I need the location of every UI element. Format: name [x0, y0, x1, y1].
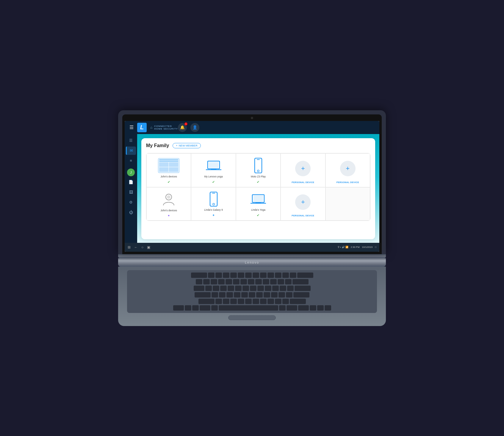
sidebar-item-menu[interactable]: ☰	[126, 136, 136, 145]
key-h[interactable]	[249, 292, 255, 298]
user-button[interactable]: 👤	[190, 123, 199, 132]
key-i[interactable]	[257, 286, 264, 291]
device-cell-lindas-yoga[interactable]: Linda's Yoga ✔	[236, 187, 281, 221]
sidebar-item-document[interactable]: 📄	[126, 178, 136, 186]
key-f9[interactable]	[267, 273, 274, 278]
key-lang2[interactable]	[279, 305, 286, 311]
home-icon-taskbar[interactable]: ○	[141, 245, 143, 249]
key-e[interactable]	[220, 286, 227, 291]
key-capslock[interactable]	[195, 292, 211, 298]
key-x[interactable]	[223, 299, 229, 304]
sidebar-item-email[interactable]: ✉	[126, 147, 136, 155]
key-quote[interactable]	[286, 292, 292, 298]
key-3[interactable]	[218, 279, 225, 284]
key-f8[interactable]	[260, 273, 267, 278]
key-y[interactable]	[242, 286, 249, 291]
hamburger-icon[interactable]: ☰	[129, 125, 134, 130]
key-minus[interactable]	[278, 279, 284, 284]
key-fn[interactable]	[185, 305, 191, 311]
key-space[interactable]	[219, 305, 278, 311]
key-f10[interactable]	[275, 273, 281, 278]
key-shift-l[interactable]	[198, 299, 215, 304]
key-enter2[interactable]	[293, 292, 309, 298]
key-m[interactable]	[260, 299, 267, 304]
taskbar-notif-icon[interactable]: □	[375, 246, 376, 248]
key-k[interactable]	[264, 292, 270, 298]
device-cell-johns-screenshot[interactable]: John's devices ✔	[146, 153, 191, 187]
key-a[interactable]	[212, 292, 218, 298]
device-cell-personal-3[interactable]: + PERSONAL DEVICE	[281, 187, 325, 221]
key-ctrl-r[interactable]	[298, 305, 309, 311]
device-cell-lenovo-yoga[interactable]: My Lenovo yoga ✔	[191, 153, 236, 187]
key-lang[interactable]	[211, 305, 218, 311]
sidebar-avatar[interactable]: J	[127, 169, 135, 176]
key-tilde[interactable]	[196, 279, 202, 284]
key-s[interactable]	[219, 292, 226, 298]
key-comma[interactable]	[267, 299, 274, 304]
sidebar-item-list[interactable]: ≡	[126, 157, 136, 165]
key-c[interactable]	[230, 299, 237, 304]
key-rbracket[interactable]	[287, 286, 294, 291]
key-alt-r[interactable]	[287, 305, 297, 311]
key-enter[interactable]	[295, 286, 311, 291]
key-w[interactable]	[213, 286, 219, 291]
back-icon[interactable]: ←	[134, 245, 138, 249]
key-b[interactable]	[245, 299, 252, 304]
key-1[interactable]	[203, 279, 210, 284]
key-u[interactable]	[250, 286, 256, 291]
key-end[interactable]	[325, 305, 331, 311]
key-f3[interactable]	[223, 273, 229, 278]
key-q[interactable]	[205, 286, 212, 291]
key-n[interactable]	[253, 299, 259, 304]
key-f12[interactable]	[290, 273, 296, 278]
key-p[interactable]	[272, 286, 279, 291]
device-cell-moto-z3[interactable]: Moto Z3 Play ✔	[236, 153, 281, 187]
key-equals[interactable]	[285, 279, 292, 284]
key-esc[interactable]	[191, 273, 207, 278]
touchpad[interactable]	[228, 315, 276, 320]
key-l[interactable]	[271, 292, 278, 298]
key-ctrl-l[interactable]	[173, 305, 184, 311]
key-7[interactable]	[248, 279, 254, 284]
new-member-button[interactable]: + NEW MEMBER	[173, 143, 201, 148]
key-win[interactable]	[192, 305, 199, 311]
key-del[interactable]	[297, 273, 313, 278]
key-v[interactable]	[238, 299, 244, 304]
key-f4[interactable]	[230, 273, 237, 278]
key-r[interactable]	[228, 286, 234, 291]
key-home[interactable]	[310, 305, 316, 311]
key-2[interactable]	[211, 279, 217, 284]
key-period[interactable]	[275, 299, 281, 304]
key-backspace[interactable]	[292, 279, 309, 284]
key-f5[interactable]	[238, 273, 244, 278]
windows-icon[interactable]: ⊞	[128, 245, 131, 249]
device-cell-lindas-galaxy[interactable]: Linda's Galaxy 9 ✦	[191, 187, 236, 221]
key-shift-r[interactable]	[290, 299, 306, 304]
sidebar-item-image[interactable]: 🖼	[126, 188, 136, 196]
key-9[interactable]	[263, 279, 269, 284]
key-tab[interactable]	[194, 286, 204, 291]
key-f11[interactable]	[282, 273, 289, 278]
sidebar-item-power[interactable]: ⏻	[126, 208, 136, 217]
key-z[interactable]	[215, 299, 222, 304]
key-8[interactable]	[255, 279, 262, 284]
key-f1[interactable]	[208, 273, 215, 278]
key-pgup[interactable]	[317, 305, 324, 311]
key-d[interactable]	[226, 292, 233, 298]
key-o[interactable]	[265, 286, 271, 291]
key-f[interactable]	[234, 292, 240, 298]
key-f7[interactable]	[253, 273, 259, 278]
key-0[interactable]	[270, 279, 277, 284]
device-cell-personal-1[interactable]: + PERSONAL DEVICE	[281, 153, 325, 187]
device-cell-personal-2[interactable]: + PERSONAL DEVICE	[325, 153, 370, 187]
key-g[interactable]	[241, 292, 248, 298]
key-f6[interactable]	[245, 273, 252, 278]
key-5[interactable]	[233, 279, 240, 284]
notification-button[interactable]: 🔔 1	[178, 123, 187, 132]
key-f2[interactable]	[215, 273, 222, 278]
device-cell-johns-avatar[interactable]: John's devices ✦	[146, 187, 191, 221]
key-t[interactable]	[235, 286, 242, 291]
key-j[interactable]	[256, 292, 263, 298]
key-6[interactable]	[240, 279, 247, 284]
key-alt-l[interactable]	[200, 305, 210, 311]
